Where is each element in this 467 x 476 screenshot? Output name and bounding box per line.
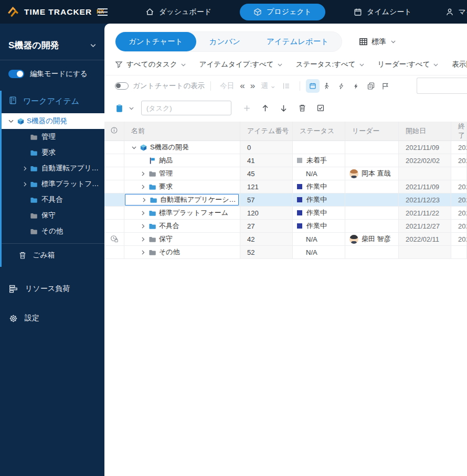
select-checkbox-button[interactable] xyxy=(312,101,328,115)
zoom-unit-select[interactable]: 週 ⌄ xyxy=(261,81,276,91)
delete-button[interactable] xyxy=(294,101,310,115)
sidebar-tree-item[interactable]: 要求 xyxy=(0,145,104,160)
status-text: N/A xyxy=(306,170,317,178)
hamburger-menu-icon[interactable] xyxy=(98,8,108,16)
filter-dropdown-0[interactable]: すべてのタスク xyxy=(126,60,187,69)
filter-dropdown-3[interactable]: リーダー:すべて xyxy=(378,60,440,69)
sidebar-item-resource-load[interactable]: リソース負荷 xyxy=(0,276,104,301)
chevron-right-icon[interactable] xyxy=(140,183,147,190)
chevron-down-icon[interactable] xyxy=(131,144,139,151)
flag-icon[interactable] xyxy=(378,79,393,93)
cell-name[interactable]: 不具合 xyxy=(124,220,240,232)
view-selector[interactable]: 標準 xyxy=(359,37,397,47)
status-text: 作業中 xyxy=(306,221,327,231)
sidebar-tree-item[interactable]: 管理 xyxy=(0,129,104,145)
name-content: 要求 xyxy=(124,180,240,193)
filter-dropdown-1[interactable]: アイテムタイプ:すべて xyxy=(199,60,283,69)
gantt-visibility-toggle[interactable] xyxy=(115,82,129,90)
tab-1[interactable]: カンバン xyxy=(196,32,253,51)
chevron-down-icon[interactable] xyxy=(7,117,16,125)
chevron-right-icon[interactable] xyxy=(22,165,30,172)
table-row[interactable]: 不具合27作業中2021/12/27202 xyxy=(104,220,467,233)
cell-name[interactable]: 要求 xyxy=(124,180,240,193)
table-row[interactable]: その他52N/A xyxy=(104,246,467,259)
table-header: 名前 アイテム番号 ステータス リーダー 開始日 終了 xyxy=(104,122,467,141)
chevron-right-icon[interactable] xyxy=(140,249,147,256)
header-end-date[interactable]: 終了 xyxy=(451,122,467,140)
folder-blue-icon xyxy=(148,222,156,230)
outline-level-icon[interactable] xyxy=(279,79,294,93)
task-type-clipboard-icon[interactable] xyxy=(115,104,124,113)
cell-end-date xyxy=(451,246,467,258)
header-item-number[interactable]: アイテム番号 xyxy=(240,122,293,140)
sidebar-tree-item[interactable]: 標準プラットフォーム xyxy=(0,176,104,192)
nav-item-dashboard[interactable]: ダッシュボード xyxy=(140,4,217,20)
calendar-view-button[interactable] xyxy=(306,79,320,93)
folder-gray-icon xyxy=(148,235,156,243)
cell-name[interactable]: 自動運転アプリケーション xyxy=(124,193,240,206)
chevron-right-icon[interactable] xyxy=(140,236,147,243)
header-start-date[interactable]: 開始日 xyxy=(399,122,451,140)
header-leader[interactable]: リーダー xyxy=(345,122,399,140)
table-row[interactable]: 要求121作業中2021/11/09202 xyxy=(104,180,467,193)
nav-item-mypage[interactable]: マイページ xyxy=(440,4,467,20)
table-row[interactable]: 保守42N/A柴田 智彦2022/02/11202 xyxy=(104,233,467,246)
tab-0[interactable]: ガントチャート xyxy=(115,32,196,51)
app-logo[interactable]: TIME TRACKER NX xyxy=(0,6,90,18)
table-row[interactable]: S機器の開発02021/11/09202 xyxy=(104,141,467,154)
header-status[interactable]: ステータス xyxy=(293,122,345,140)
today-button[interactable]: 今日 xyxy=(220,81,234,91)
sidebar-tree-item[interactable]: 保守 xyxy=(0,208,104,223)
sidebar-item-settings[interactable]: 設定 xyxy=(0,306,104,331)
sidebar-item-trash[interactable]: ごみ箱 xyxy=(0,244,104,267)
filter-label: ステータス:すべて xyxy=(296,60,356,69)
nav-item-timesheet[interactable]: タイムシート xyxy=(348,4,417,20)
new-task-input[interactable] xyxy=(141,101,231,115)
tab-2[interactable]: アイテムレポート xyxy=(253,32,342,51)
cell-name[interactable]: その他 xyxy=(124,246,240,258)
table-row[interactable]: 自動運転アプリケーション57作業中2021/12/23202 xyxy=(104,193,467,207)
nav-item-project[interactable]: プロジェクト xyxy=(240,4,325,20)
table-row[interactable]: 標準プラットフォーム120作業中2021/11/22202 xyxy=(104,207,467,220)
sidebar-item-work-items[interactable]: ワークアイテム xyxy=(0,88,104,113)
cell-name[interactable]: 管理 xyxy=(124,167,240,180)
sidebar-project-header[interactable]: S機器の開発 xyxy=(0,24,104,60)
edit-mode-toggle-row[interactable]: 編集モードにする xyxy=(0,60,104,88)
move-down-button[interactable] xyxy=(275,101,292,115)
cell-name[interactable]: 保守 xyxy=(124,233,240,245)
tree-item-label: 保守 xyxy=(41,211,56,220)
table-row[interactable]: 納品41未着手2022/02/02202 xyxy=(104,154,467,167)
header-name[interactable]: 名前 xyxy=(124,122,240,140)
filter-dropdown-4[interactable]: 表示階層:レベル1 xyxy=(452,60,467,69)
chevron-right-icon[interactable] xyxy=(140,210,147,217)
cell-name[interactable]: S機器の開発 xyxy=(124,141,240,154)
cell-name[interactable]: 納品 xyxy=(124,154,240,167)
chevron-right-icon[interactable] xyxy=(22,181,30,188)
chevron-down-icon[interactable] xyxy=(128,105,135,112)
sidebar-tree-item[interactable]: 不具合 xyxy=(0,192,104,208)
filter-dropdown-2[interactable]: ステータス:すべて xyxy=(296,60,365,69)
walking-person-icon[interactable] xyxy=(320,79,334,93)
move-up-button[interactable] xyxy=(257,101,273,115)
sidebar-tree-item[interactable]: 自動運転アプリケーション xyxy=(0,160,104,176)
scroll-right-button[interactable]: » xyxy=(248,81,258,91)
scroll-left-button[interactable]: « xyxy=(237,81,247,91)
lightning-outline-icon[interactable] xyxy=(334,79,349,93)
sidebar-tree-root[interactable]: S機器の開発 xyxy=(0,113,104,129)
edit-mode-toggle[interactable] xyxy=(8,70,24,78)
table-row[interactable]: 管理45N/A岡本 直哉 xyxy=(104,167,467,180)
gantt-search-input[interactable] xyxy=(417,78,467,94)
chevron-right-icon[interactable] xyxy=(141,197,148,203)
selected-name-box: 自動運転アプリケーション xyxy=(125,194,239,205)
cell-leader xyxy=(345,193,399,206)
header-info[interactable] xyxy=(104,122,124,140)
chevron-right-icon[interactable] xyxy=(140,223,147,230)
gantt-toggle-label[interactable]: ガントチャートの表示 xyxy=(133,81,205,91)
chevron-down-icon xyxy=(180,61,187,68)
sidebar-tree-item[interactable]: その他 xyxy=(0,223,104,239)
add-task-button[interactable] xyxy=(239,101,255,115)
cell-name[interactable]: 標準プラットフォーム xyxy=(124,207,240,219)
lightning-filled-icon[interactable] xyxy=(349,79,364,93)
chevron-right-icon[interactable] xyxy=(140,170,147,177)
copy-icon[interactable] xyxy=(364,79,378,93)
